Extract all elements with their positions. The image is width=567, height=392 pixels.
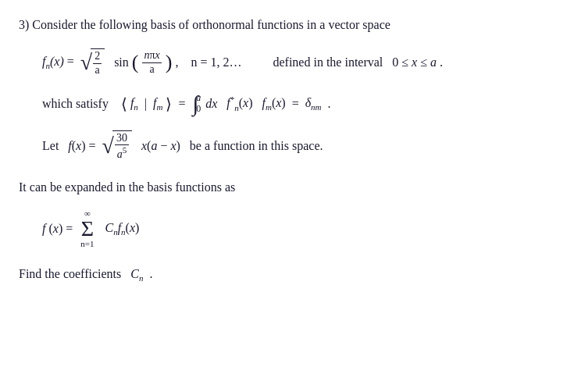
- let-text: Let: [42, 139, 59, 153]
- fx-lhs: f(x) =: [68, 139, 98, 153]
- sin-label: sin: [114, 55, 129, 69]
- delta-nm: δnm: [305, 96, 322, 112]
- expand-text: It can be expanded in the basis function…: [19, 180, 235, 194]
- defined-text: defined in the interval: [273, 55, 383, 69]
- comma: ,: [175, 55, 178, 69]
- fn-definition: fn(x) = √ 2 a sin ( nπx a ) , n = 1, 2…: [42, 48, 548, 77]
- let-statement: Let f(x) = √ 30 a5 x(a − x) be a functio…: [42, 130, 548, 162]
- sqrt-2-over-a: √ 2 a: [80, 48, 105, 77]
- find-text: Find the coefficients: [19, 267, 121, 280]
- frac-denominator: a: [94, 64, 102, 77]
- xa-term: x(a − x): [141, 139, 180, 153]
- summation: ∞ Σ n=1: [80, 209, 94, 248]
- problem-description: Consider the following basis of orthonor…: [32, 18, 390, 31]
- fn-lhs: fn(x) =: [42, 55, 77, 70]
- sqrt-content: 2 a: [91, 48, 105, 77]
- open-paren: (: [132, 52, 139, 73]
- dx: dx: [205, 97, 217, 111]
- orthonormality-condition: which satisfy ⟨ fn | fm ⟩ = ∫ a 0 dx f*n…: [42, 93, 548, 115]
- fm-ket: fm: [153, 96, 162, 112]
- problem-number: 3): [19, 18, 29, 31]
- satisfy-text: which satisfy: [42, 97, 109, 111]
- frac-numerator: 2: [93, 50, 102, 64]
- sum-sign: Σ: [81, 218, 94, 240]
- interval: 0 ≤ x ≤ a .: [392, 55, 443, 69]
- frac-npi-num: nπx: [142, 49, 161, 63]
- close-paren: ): [166, 52, 173, 73]
- frac-2-a: 2 a: [93, 50, 102, 77]
- find-statement: Find the coefficients Cn .: [19, 264, 548, 286]
- sqrt-30-over-a5: √ 30 a5: [102, 130, 132, 162]
- ket-separator: |: [141, 97, 150, 111]
- frac-30-num: 30: [115, 132, 129, 146]
- frac-npix-a: nπx a: [142, 49, 161, 77]
- integral-upper: a: [196, 93, 201, 103]
- integral-lower: 0: [196, 104, 201, 114]
- sin-term: sin: [114, 55, 129, 69]
- rangle: ⟩: [166, 94, 172, 113]
- sum-lower: n=1: [80, 240, 94, 248]
- expand-description: It can be expanded in the basis function…: [19, 177, 548, 198]
- integral: ∫ a 0: [191, 93, 202, 115]
- cn-fn-term: Cnfn(x): [105, 221, 139, 237]
- integral-limits: a 0: [196, 93, 201, 113]
- n-range: n = 1, 2…: [191, 55, 241, 69]
- frac-a5-den: a5: [116, 145, 129, 161]
- fn-star-term: f*n(x): [226, 94, 252, 112]
- fm-term: fm(x): [262, 96, 285, 112]
- frac-30-a5: 30 a5: [115, 132, 129, 162]
- frac-npi-den: a: [148, 63, 156, 77]
- problem-title: 3) Consider the following basis of ortho…: [19, 16, 548, 34]
- fx-sum-lhs: f (x) =: [42, 222, 76, 236]
- sqrt-content-2: 30 a5: [112, 130, 132, 162]
- fn-ket: fn: [130, 96, 138, 112]
- problem-container: 3) Consider the following basis of ortho…: [19, 16, 548, 286]
- expansion-equation: f (x) = ∞ Σ n=1 Cnfn(x): [42, 209, 548, 248]
- be-text: be a function in this space.: [190, 139, 323, 153]
- langle: ⟨: [121, 94, 127, 113]
- cn-symbol: Cn: [130, 267, 143, 280]
